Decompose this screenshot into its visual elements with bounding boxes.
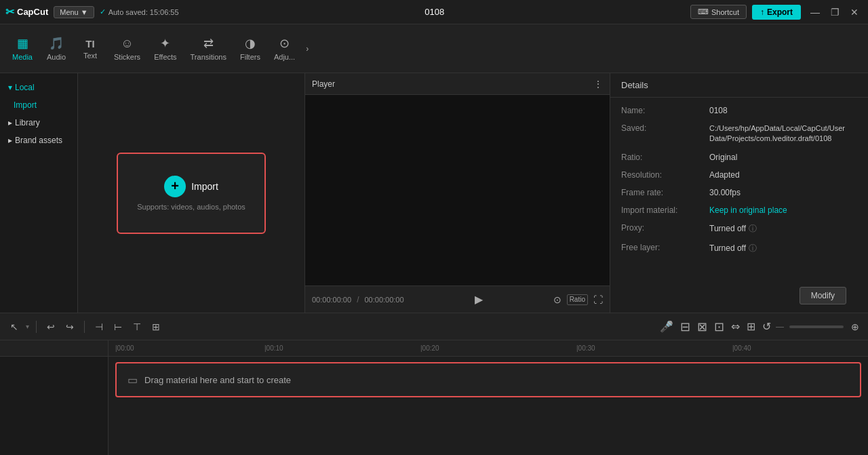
detail-proxy-value: Turned off [709,224,746,233]
detail-proxy: Proxy: Turned off ⓘ [621,223,857,235]
camera-icon[interactable]: ⊙ [553,294,561,305]
shortcut-label: Shortcut [711,8,739,16]
detail-import-value: Keep in original place [709,205,857,215]
detail-freelayer: Free layer: Turned off ⓘ [621,243,857,254]
window-controls: — ❐ ✕ [806,5,863,19]
trim-right-tool[interactable]: ⊤ [130,319,144,334]
shortcut-button[interactable]: ⌨ Shortcut [690,5,747,19]
ratio-button[interactable]: Ratio [567,294,588,305]
sidebar-item-local[interactable]: ▾ Local [0,79,77,96]
tool-transitions-label: Transitions [191,53,226,61]
undo2-button[interactable]: ↺ [760,318,773,335]
redo-button[interactable]: ↪ [62,319,77,334]
detail-framerate-value: 30.00fps [709,188,857,197]
tool-adjust-label: Adju... [274,53,295,61]
import-icon: + [164,176,186,197]
restore-button[interactable]: ❐ [827,5,844,19]
split-tool[interactable]: ⊣ [92,319,106,334]
player-header: Player ⋮ [305,73,610,95]
tl-tool-5[interactable]: ⊞ [745,318,757,335]
main-toolbar: ▦ Media 🎵 Audio TI Text ☺ Stickers ✦ Eff… [0,24,868,73]
menu-label: Menu [60,8,79,16]
tool-filters[interactable]: ◑ Filters [233,33,267,64]
detail-saved-value: C:/Users/hp/AppData/Local/CapCut/User Da… [709,123,857,144]
export-button[interactable]: ↑ Export [752,5,801,20]
tool-filters-label: Filters [240,53,260,61]
player-time-current: 00:00:00:00 [312,296,351,304]
ruler-mark-0: |00:00 [115,344,134,352]
keyboard-icon: ⌨ [698,7,709,16]
import-sublabel: Supports: videos, audios, photos [137,203,245,211]
detail-resolution-label: Resolution: [621,170,709,180]
tl-right-tools: 🎤 ⊟ ⊠ ⊡ ⇔ ⊞ ↺ — ⊕ [658,317,861,336]
media-icon: ▦ [17,36,28,51]
sidebar-label-import: Import [14,100,37,110]
tool-media[interactable]: ▦ Media [5,33,39,64]
detail-proxy-label: Proxy: [621,223,709,233]
menu-button[interactable]: Menu ▼ [54,6,94,18]
logo: ✂ CapCut [5,5,48,18]
sidebar-item-brand[interactable]: ▸ Brand assets [0,132,77,149]
player-menu-button[interactable]: ⋮ [593,79,603,90]
detail-name-label: Name: [621,106,709,115]
play-button[interactable]: ▶ [475,293,483,306]
tl-tool-1[interactable]: ⊟ [678,317,692,336]
player-panel: Player ⋮ 00:00:00:00 / 00:00:00:00 ▶ ⊙ R… [305,73,610,313]
fullscreen-icon[interactable]: ⛶ [593,294,603,305]
sidebar-arrow-brand: ▸ [8,136,12,145]
detail-framerate-label: Frame rate: [621,188,709,197]
proxy-info-icon[interactable]: ⓘ [749,223,757,235]
modify-button[interactable]: Modify [800,287,846,304]
track-labels [0,340,108,455]
freelayer-info-icon[interactable]: ⓘ [749,243,757,254]
more-tools-button[interactable]: › [303,41,311,56]
tool-stickers[interactable]: ☺ Stickers [107,34,147,64]
sidebar-item-library[interactable]: ▸ Library [0,114,77,132]
zoom-slider[interactable] [789,325,844,328]
tl-tool-3[interactable]: ⊡ [712,317,726,336]
detail-saved-label: Saved: [621,123,709,133]
import-box[interactable]: + Import Supports: videos, audios, photo… [117,153,266,234]
zoom-icon[interactable]: ⊕ [849,319,861,334]
zoom-minus[interactable]: — [776,322,784,332]
tool-audio[interactable]: 🎵 Audio [39,33,73,64]
export-label: Export [767,7,793,17]
adjust-icon: ⊙ [279,36,290,51]
minimize-button[interactable]: — [806,5,824,19]
ruler-mark-40: |00:40 [732,344,751,352]
audio-icon: 🎵 [49,36,64,51]
timeline-toolbar: ↖ ▾ ↩ ↪ ⊣ ⊢ ⊤ ⊞ 🎤 ⊟ ⊠ ⊡ ⇔ ⊞ ↺ — ⊕ [0,313,868,340]
sidebar-label-local: Local [15,83,35,92]
titlebar-right: ⌨ Shortcut ↑ Export — ❐ ✕ [690,5,863,20]
timeline-area: ↖ ▾ ↩ ↪ ⊣ ⊢ ⊤ ⊞ 🎤 ⊟ ⊠ ⊡ ⇔ ⊞ ↺ — ⊕ [0,313,868,455]
timeline-content: |00:00 |00:10 |00:20 |00:30 |00:40 ▭ Dra… [0,340,868,455]
tl-sep-2 [84,321,85,333]
drop-zone: ▭ Drag material here and start to create [115,362,861,397]
delete-tool[interactable]: ⊞ [149,319,163,334]
tl-tool-2[interactable]: ⊠ [695,317,709,336]
detail-freelayer-label: Free layer: [621,243,709,252]
modify-area: Modify [610,279,868,313]
sidebar-arrow-local: ▾ [8,83,12,92]
close-button[interactable]: ✕ [846,5,863,19]
player-time-total: 00:00:00:00 [364,296,403,304]
timeline-tracks: |00:00 |00:10 |00:20 |00:30 |00:40 ▭ Dra… [108,340,868,455]
sidebar-item-import[interactable]: Import [0,96,77,114]
details-header: Details [610,73,868,98]
effects-icon: ✦ [160,36,170,51]
tool-adjust[interactable]: ⊙ Adju... [267,33,302,64]
logo-icon: ✂ [5,5,14,18]
player-time-separator: / [357,295,359,304]
select-tool[interactable]: ↖ [7,319,22,334]
tl-tool-4[interactable]: ⇔ [729,318,742,335]
tool-stickers-label: Stickers [114,53,140,61]
titlebar: ✂ CapCut Menu ▼ ✓ Auto saved: 15:06:55 0… [0,0,868,24]
tool-effects[interactable]: ✦ Effects [147,33,183,64]
undo-button[interactable]: ↩ [43,319,58,334]
tool-transitions[interactable]: ⇄ Transitions [184,33,233,64]
mic-button[interactable]: 🎤 [658,318,675,335]
tool-text[interactable]: TI Text [73,35,107,62]
details-panel: Details Name: 0108 Saved: C:/Users/hp/Ap… [610,73,868,313]
player-controls: 00:00:00:00 / 00:00:00:00 ▶ ⊙ Ratio ⛶ [305,285,610,313]
trim-left-tool[interactable]: ⊢ [111,319,125,334]
